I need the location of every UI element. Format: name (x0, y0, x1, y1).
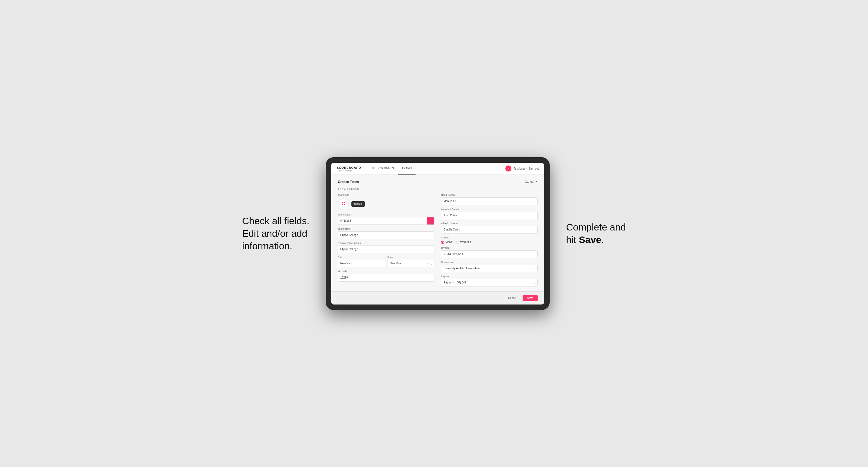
app-logo: SCOREBOARD Powered by clippd (337, 166, 361, 171)
tab-teams[interactable]: TEAMS (398, 163, 415, 175)
division-select[interactable]: NCAA Division III NCAA Division II NCAA … (441, 250, 538, 258)
logo-sub: Powered by clippd (337, 169, 361, 171)
left-annotation: Check all fields. Edit and/or add inform… (242, 215, 309, 252)
right-annotation-line1: Complete and (566, 222, 626, 232)
conference-input[interactable] (441, 264, 538, 272)
right-annotation-end: . (601, 234, 604, 245)
user-label: Test User | (514, 167, 527, 170)
division-select-wrapper: NCAA Division III NCAA Division II NCAA … (441, 250, 538, 258)
form-title: Create Team (338, 180, 359, 184)
conference-label: Conference (441, 261, 538, 263)
gender-womens-option[interactable]: Womens (456, 241, 471, 244)
team-colour-label: Team colour (338, 213, 434, 216)
team-logo-group: Team logo C Upload (338, 194, 434, 211)
head-coach-group: Head Coach (441, 194, 538, 205)
gender-womens-radio[interactable] (456, 241, 459, 244)
gender-label: Gender (441, 236, 538, 239)
footer-cancel-button[interactable]: Cancel (505, 295, 520, 301)
zip-input[interactable] (338, 274, 434, 282)
team-name-input[interactable] (338, 231, 434, 239)
team-logo-area: C Upload (338, 198, 434, 210)
team-colour-group: Team colour (338, 213, 434, 225)
colour-swatch[interactable] (427, 217, 434, 225)
tab-tournaments[interactable]: TOURNAMENTS (368, 163, 398, 175)
tablet-frame: SCOREBOARD Powered by clippd TOURNAMENTS… (326, 157, 550, 310)
right-annotation-bold: Save (579, 234, 601, 245)
annotation-line1: Check all fields. (242, 216, 309, 226)
form-left: Team logo C Upload Team colour (338, 194, 434, 286)
city-input[interactable] (338, 260, 385, 268)
city-group: City (338, 256, 385, 268)
form-header: Create Team Cancel ✕ (338, 180, 538, 184)
navbar-right: T Test User | Sign out (505, 165, 539, 172)
conference-select-wrapper: ✕ (441, 264, 538, 272)
gender-womens-label: Womens (460, 241, 471, 244)
conference-group: Conference ✕ (441, 261, 538, 272)
form-body: Team logo C Upload Team colour (338, 194, 538, 286)
user-avatar: T (505, 165, 512, 172)
annotation-line3: information. (242, 241, 292, 251)
region-input[interactable] (441, 279, 538, 286)
right-annotation-line2: hit (566, 234, 579, 245)
upload-button[interactable]: Upload (351, 201, 365, 207)
gender-row: Mens Womens (441, 241, 538, 244)
gender-mens-option[interactable]: Mens (441, 241, 452, 244)
team-logo-label: Team logo (338, 194, 434, 196)
conference-clear-button[interactable]: ✕ (530, 267, 532, 270)
team-name-group: Team name (338, 227, 434, 239)
display-name-label: Display name (unique) (338, 242, 434, 244)
annotation-line2: Edit and/or add (242, 228, 307, 239)
nav-tabs: TOURNAMENTS TEAMS (368, 163, 416, 175)
zip-label: Zip code (338, 270, 434, 273)
sign-out-link[interactable]: Sign out (529, 167, 539, 170)
state-select-wrapper: ✕ (387, 260, 434, 268)
form-footer: Cancel Save (331, 291, 544, 305)
display-name-group: Display name (unique) (338, 242, 434, 253)
city-label: City (338, 256, 385, 259)
zip-group: Zip code (338, 270, 434, 282)
navbar: SCOREBOARD Powered by clippd TOURNAMENTS… (331, 163, 544, 175)
athletic-director-label: Athletic Director (441, 222, 538, 225)
city-state-row: City State ✕ (338, 256, 434, 268)
close-icon: ✕ (535, 180, 538, 184)
region-group: Region ✕ (441, 275, 538, 286)
state-label: State (387, 256, 434, 259)
main-content: Create Team Cancel ✕ TEAM DETAILS Team l… (331, 175, 544, 291)
tablet-screen: SCOREBOARD Powered by clippd TOURNAMENTS… (331, 163, 544, 305)
logo-text: SCOREBOARD (337, 166, 361, 169)
athletic-director-group: Athletic Director (441, 222, 538, 234)
display-name-input[interactable] (338, 246, 434, 253)
region-clear-button[interactable]: ✕ (530, 281, 532, 284)
cancel-label: Cancel (525, 180, 534, 183)
state-group: State ✕ (387, 256, 434, 268)
head-coach-input[interactable] (441, 197, 538, 205)
assistant-coach-input[interactable] (441, 212, 538, 219)
region-select-wrapper: ✕ (441, 279, 538, 286)
assistant-coach-label: Assistant Coach (441, 208, 538, 211)
gender-mens-radio[interactable] (441, 241, 444, 244)
form-right: Head Coach Assistant Coach Athletic Dire… (441, 194, 538, 286)
team-colour-input[interactable] (338, 217, 427, 225)
assistant-coach-group: Assistant Coach (441, 208, 538, 219)
section-label: TEAM DETAILS (338, 188, 538, 190)
division-group: Division NCAA Division III NCAA Division… (441, 247, 538, 258)
gender-group: Gender Mens Womens (441, 236, 538, 244)
cancel-top-button[interactable]: Cancel ✕ (525, 180, 538, 184)
footer-save-button[interactable]: Save (523, 295, 538, 301)
team-name-label: Team name (338, 227, 434, 230)
gender-mens-label: Mens (445, 241, 452, 244)
colour-row (338, 217, 434, 225)
head-coach-label: Head Coach (441, 194, 538, 196)
state-clear-button[interactable]: ✕ (427, 262, 429, 265)
athletic-director-input[interactable] (441, 226, 538, 234)
division-label: Division (441, 247, 538, 249)
team-logo-circle: C (338, 198, 349, 210)
right-annotation: Complete and hit Save. (566, 221, 626, 246)
region-label: Region (441, 275, 538, 278)
